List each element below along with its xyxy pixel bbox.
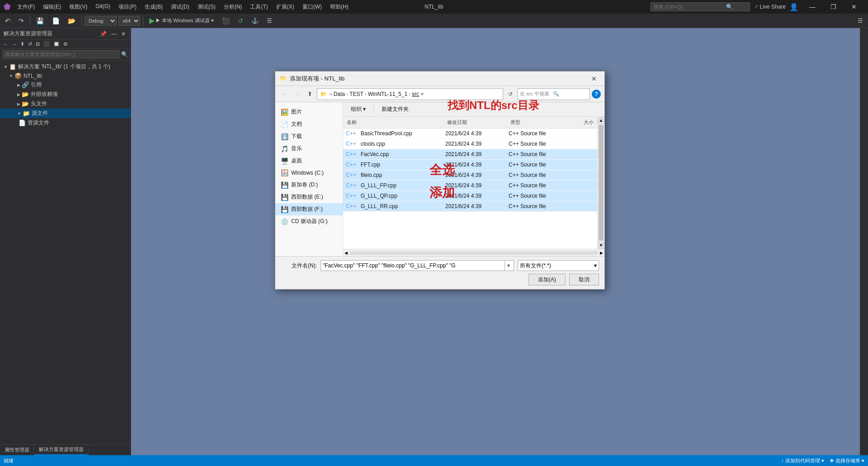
menu-edit[interactable]: 编辑(E) — [39, 2, 65, 12]
filename-input-container[interactable]: ▾ — [321, 260, 514, 271]
scroll-down-button[interactable]: ▼ — [598, 242, 604, 249]
account-icon[interactable]: 👤 — [789, 3, 798, 11]
toolbar-more[interactable]: ☰ — [854, 16, 866, 25]
minimize-button[interactable]: — — [802, 0, 823, 14]
sidebar-documents[interactable]: 📄 文档 — [275, 118, 343, 130]
breadcrumb-dropdown-icon[interactable]: ▾ — [421, 91, 424, 97]
breadcrumb-part-3[interactable]: WinNTL-11_5_1 — [368, 91, 407, 97]
global-search[interactable]: 🔍 — [651, 2, 750, 11]
col-name[interactable]: 名称 — [343, 118, 443, 127]
file-row-6[interactable]: C++ G_LLL_QP.cpp 2021/6/24 4:39 C++ Sour… — [343, 191, 597, 201]
sidebar-drive-g[interactable]: 💿 CD 驱动器 (G:) — [275, 215, 343, 228]
window-controls[interactable]: — ❐ ✕ — [802, 0, 864, 14]
nav-refresh-button[interactable]: ↺ — [505, 89, 516, 100]
toolbar-attach[interactable]: ⚓ — [248, 16, 262, 25]
add-button[interactable]: 添加(A) — [528, 274, 566, 285]
nav-forward-button[interactable]: → — [292, 89, 302, 100]
file-row-2[interactable]: C++ FacVec.cpp 2021/6/24 4:39 C++ Source… — [343, 149, 597, 160]
file-row-0[interactable]: C++ BasicThreadPool.cpp 2021/6/24 4:39 C… — [343, 128, 597, 139]
sidebar-collapse[interactable]: ⊟ — [34, 41, 41, 48]
live-share-button[interactable]: ↗ Live Share — [754, 4, 786, 10]
sidebar-settings[interactable]: ⚙ — [62, 41, 69, 48]
nav-back-button[interactable]: ← — [279, 89, 290, 100]
help-button[interactable]: ? — [592, 90, 601, 99]
filename-dropdown-button[interactable]: ▾ — [505, 261, 512, 271]
tree-project[interactable]: ▼ 📦 NTL_lib — [0, 71, 131, 80]
status-add-to-source[interactable]: ↑ 添加到代码管理 ▾ — [781, 457, 824, 464]
search-input[interactable] — [654, 4, 726, 10]
toolbar-restart[interactable]: ↺ — [235, 16, 246, 26]
toolbar-redo[interactable]: ↷ — [15, 16, 27, 26]
breadcrumb-part-2[interactable]: TEST — [349, 91, 363, 97]
file-row-7[interactable]: C++ G_LLL_RR.cpp 2021/6/24 4:39 C++ Sour… — [343, 201, 597, 212]
sidebar-desktop[interactable]: 🖥️ 桌面 — [275, 155, 343, 167]
maximize-button[interactable]: ❐ — [823, 0, 844, 14]
dialog-close-button[interactable]: ✕ — [588, 73, 600, 85]
tree-source-files[interactable]: ▼ 📁 源文件 — [0, 109, 131, 118]
sidebar-pin[interactable]: 📌 — [99, 30, 108, 38]
toolbar-open[interactable]: 📂 — [65, 16, 79, 26]
menu-build[interactable]: 生成(B) — [141, 2, 166, 12]
file-row-3[interactable]: C++ FFT.cpp 2021/6/24 4:39 C++ Source fi… — [343, 160, 597, 170]
menu-view[interactable]: 视图(V) — [66, 2, 91, 12]
scroll-up-button[interactable]: ▲ — [598, 117, 604, 124]
sidebar-music[interactable]: 🎵 音乐 — [275, 143, 343, 155]
sidebar-filter[interactable]: 🔲 — [52, 41, 61, 48]
sidebar-drive-d[interactable]: 💾 新加卷 (D:) — [275, 179, 343, 191]
horizontal-scrollbar[interactable]: ◀ ▶ — [343, 249, 604, 256]
menu-analyze[interactable]: 分析(N) — [220, 2, 246, 12]
sidebar-close[interactable]: ✕ — [120, 30, 127, 38]
sidebar-up[interactable]: ⬆ — [19, 41, 26, 48]
breadcrumb-bar[interactable]: 📁 « Data › TEST › WinNTL-11_5_1 › src ▾ — [317, 88, 503, 100]
menu-window[interactable]: 窗口(W) — [299, 2, 326, 12]
menu-help[interactable]: 帮助(H) — [326, 2, 352, 12]
sidebar-search-input[interactable] — [3, 50, 119, 58]
filename-input[interactable] — [323, 262, 505, 269]
menu-project[interactable]: 项目(P) — [115, 2, 140, 12]
filetype-select[interactable]: 所有文件(*.*) ▾ — [518, 260, 599, 271]
nav-up-button[interactable]: ⬆ — [304, 89, 315, 100]
toolbar-threads[interactable]: ☰ — [264, 16, 275, 25]
col-type[interactable]: 类型 — [507, 118, 561, 127]
debug-config-select[interactable]: Debug Release — [85, 16, 117, 26]
hscroll-left[interactable]: ◀ — [343, 251, 349, 255]
dialog-search[interactable]: 在 src 中搜索 🔍 — [518, 88, 590, 100]
toolbar-stop[interactable]: ⬛ — [219, 16, 233, 26]
close-button[interactable]: ✕ — [844, 0, 864, 14]
tree-external-deps[interactable]: ▶ 📂 外部依赖项 — [0, 90, 131, 99]
tree-headers[interactable]: ▶ 📂 头文件 — [0, 99, 131, 109]
toolbar-savefile[interactable]: 💾 — [33, 16, 47, 26]
col-date[interactable]: 修改日期 — [443, 118, 507, 127]
toolbar-undo[interactable]: ↶ — [2, 16, 14, 26]
breadcrumb-part-1[interactable]: Data — [334, 91, 345, 97]
organize-button[interactable]: 组织 ▾ — [347, 104, 370, 115]
menu-test[interactable]: 测试(S) — [194, 2, 219, 12]
file-row-4[interactable]: C++ fileio.cpp 2021/6/24 4:39 C++ Source… — [343, 170, 597, 181]
platform-select[interactable]: x64 x86 — [118, 16, 140, 26]
sidebar-forward[interactable]: → — [10, 41, 18, 48]
menu-bar[interactable]: 文件(F) 编辑(E) 视图(V) Git(G) 项目(P) 生成(B) 调试(… — [14, 2, 352, 12]
tree-references[interactable]: ▶ 🔗 引用 — [0, 80, 131, 90]
menu-git[interactable]: Git(G) — [92, 2, 114, 12]
sidebar-downloads[interactable]: ⬇️ 下载 — [275, 130, 343, 143]
tree-resources[interactable]: 📄 资源文件 — [0, 118, 131, 128]
sidebar-stop[interactable]: ⬛ — [42, 41, 51, 48]
col-size[interactable]: 大小 — [561, 118, 597, 127]
sidebar-back[interactable]: ← — [2, 41, 9, 48]
file-list-scrollbar[interactable]: ▲ ▼ — [597, 117, 604, 249]
tree-solution[interactable]: ▼ 📋 解决方案 'NTL_lib' (1 个项目，共 1 个) — [0, 62, 131, 71]
scroll-thumb[interactable] — [599, 125, 604, 241]
sidebar-drive-c[interactable]: 🪟 Windows (C:) — [275, 167, 343, 179]
file-row-5[interactable]: C++ G_LLL_FP.cpp 2021/6/24 4:39 C++ Sour… — [343, 181, 597, 191]
file-row-1[interactable]: C++ ctools.cpp 2021/6/24 4:39 C++ Source… — [343, 139, 597, 149]
new-folder-button[interactable]: 新建文件夹 — [377, 104, 413, 115]
tab-property-manager[interactable]: 属性管理器 — [0, 445, 34, 455]
sidebar-drive-f[interactable]: 💾 西部数据 (F:) — [275, 203, 343, 215]
sidebar-refresh[interactable]: ↺ — [27, 41, 33, 48]
status-select-repo[interactable]: ❖ 选择存储库 ▾ — [830, 457, 864, 464]
sidebar-drive-e[interactable]: 💾 西部数据 (E:) — [275, 191, 343, 203]
menu-extensions[interactable]: 扩展(X) — [273, 2, 298, 12]
sidebar-minimize[interactable]: — — [110, 30, 118, 38]
breadcrumb-part-4[interactable]: src — [412, 91, 419, 97]
run-button[interactable]: ▶ ▶ 本地 Windows 调试器 ▾ — [146, 15, 217, 26]
